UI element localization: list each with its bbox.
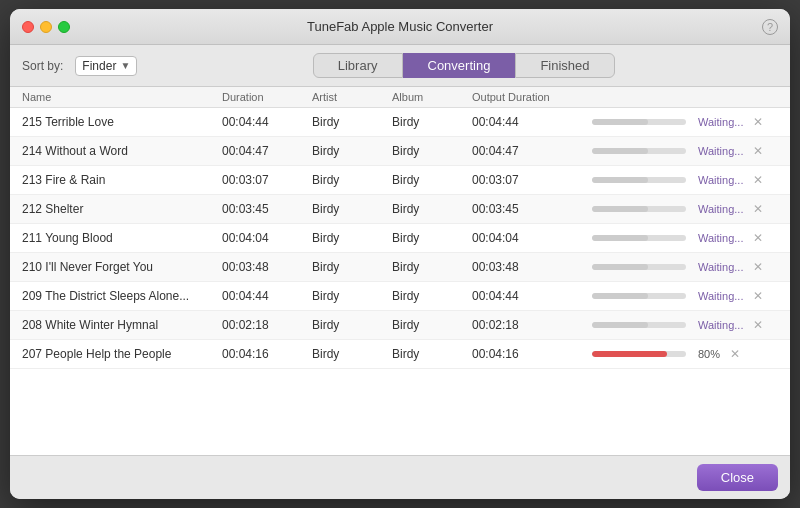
minimize-traffic-light[interactable] (40, 21, 52, 33)
row-duration: 00:04:44 (222, 289, 312, 303)
help-icon[interactable]: ? (762, 19, 778, 35)
table-body: 215 Terrible Love 00:04:44 Birdy Birdy 0… (10, 108, 790, 455)
row-progress-bar (592, 148, 698, 154)
row-progress-bar (592, 206, 698, 212)
table-row: 212 Shelter 00:03:45 Birdy Birdy 00:03:4… (10, 195, 790, 224)
row-duration: 00:03:45 (222, 202, 312, 216)
row-album: Birdy (392, 144, 472, 158)
remove-icon[interactable]: ✕ (749, 229, 767, 247)
remove-icon[interactable]: ✕ (749, 316, 767, 334)
row-output-duration: 00:04:04 (472, 231, 592, 245)
remove-icon[interactable]: ✕ (749, 142, 767, 160)
row-duration: 00:04:04 (222, 231, 312, 245)
row-progress-bar (592, 264, 698, 270)
row-status-text: Waiting... (698, 145, 743, 157)
row-progress-bar (592, 322, 698, 328)
row-status-text: Waiting... (698, 116, 743, 128)
row-duration: 00:02:18 (222, 318, 312, 332)
header-name: Name (22, 91, 222, 103)
row-artist: Birdy (312, 289, 392, 303)
row-album: Birdy (392, 260, 472, 274)
row-status-text: Waiting... (698, 174, 743, 186)
table-row: 208 White Winter Hymnal 00:02:18 Birdy B… (10, 311, 790, 340)
row-duration: 00:03:07 (222, 173, 312, 187)
table-row: 215 Terrible Love 00:04:44 Birdy Birdy 0… (10, 108, 790, 137)
row-output-duration: 00:02:18 (472, 318, 592, 332)
remove-icon[interactable]: ✕ (749, 258, 767, 276)
title-bar: TuneFab Apple Music Converter ? (10, 9, 790, 45)
row-name: 212 Shelter (22, 202, 222, 216)
table-row: 211 Young Blood 00:04:04 Birdy Birdy 00:… (10, 224, 790, 253)
row-status-cell: Waiting... ✕ (698, 142, 778, 160)
row-status-cell: Waiting... ✕ (698, 258, 778, 276)
row-name: 214 Without a Word (22, 144, 222, 158)
table-row: 210 I'll Never Forget You 00:03:48 Birdy… (10, 253, 790, 282)
row-duration: 00:04:16 (222, 347, 312, 361)
footer: Close (10, 455, 790, 499)
maximize-traffic-light[interactable] (58, 21, 70, 33)
row-output-duration: 00:04:16 (472, 347, 592, 361)
header-status (698, 91, 778, 103)
remove-icon[interactable]: ✕ (749, 200, 767, 218)
table-row: 213 Fire & Rain 00:03:07 Birdy Birdy 00:… (10, 166, 790, 195)
main-window: TuneFab Apple Music Converter ? Sort by:… (10, 9, 790, 499)
row-status-cell: Waiting... ✕ (698, 287, 778, 305)
row-status-text: Waiting... (698, 203, 743, 215)
close-button[interactable]: Close (697, 464, 778, 491)
row-name: 213 Fire & Rain (22, 173, 222, 187)
row-status-cell: 80% ✕ (698, 345, 778, 363)
row-artist: Birdy (312, 260, 392, 274)
row-output-duration: 00:04:47 (472, 144, 592, 158)
sort-dropdown[interactable]: Finder ▼ (75, 56, 137, 76)
header-output-duration: Output Duration (472, 91, 592, 103)
row-status-text: Waiting... (698, 290, 743, 302)
row-status-text: Waiting... (698, 319, 743, 331)
row-album: Birdy (392, 202, 472, 216)
row-progress-bar (592, 119, 698, 125)
tabs: Library Converting Finished (313, 53, 615, 78)
row-artist: Birdy (312, 318, 392, 332)
row-name: 208 White Winter Hymnal (22, 318, 222, 332)
row-progress-bar (592, 177, 698, 183)
row-duration: 00:04:47 (222, 144, 312, 158)
header-progress (592, 91, 698, 103)
window-title: TuneFab Apple Music Converter (307, 19, 493, 34)
remove-icon[interactable]: ✕ (749, 287, 767, 305)
row-album: Birdy (392, 173, 472, 187)
close-traffic-light[interactable] (22, 21, 34, 33)
row-name: 209 The District Sleeps Alone... (22, 289, 222, 303)
remove-icon[interactable]: ✕ (749, 171, 767, 189)
row-status-text: Waiting... (698, 232, 743, 244)
tab-library[interactable]: Library (313, 53, 403, 78)
tab-finished[interactable]: Finished (515, 53, 614, 78)
tab-converting[interactable]: Converting (403, 53, 516, 78)
row-output-duration: 00:03:45 (472, 202, 592, 216)
sort-label: Sort by: (22, 59, 63, 73)
row-output-duration: 00:03:07 (472, 173, 592, 187)
row-artist: Birdy (312, 115, 392, 129)
row-output-duration: 00:03:48 (472, 260, 592, 274)
row-output-duration: 00:04:44 (472, 289, 592, 303)
row-album: Birdy (392, 231, 472, 245)
remove-icon[interactable]: ✕ (726, 345, 744, 363)
toolbar: Sort by: Finder ▼ Library Converting Fin… (10, 45, 790, 87)
row-name: 207 People Help the People (22, 347, 222, 361)
row-progress-bar (592, 293, 698, 299)
sort-value: Finder (82, 59, 116, 73)
row-artist: Birdy (312, 231, 392, 245)
table-header: Name Duration Artist Album Output Durati… (10, 87, 790, 108)
row-artist: Birdy (312, 347, 392, 361)
remove-icon[interactable]: ✕ (749, 113, 767, 131)
row-album: Birdy (392, 347, 472, 361)
row-duration: 00:03:48 (222, 260, 312, 274)
row-artist: Birdy (312, 173, 392, 187)
header-album: Album (392, 91, 472, 103)
header-artist: Artist (312, 91, 392, 103)
row-progress-bar (592, 235, 698, 241)
table-row: 207 People Help the People 00:04:16 Bird… (10, 340, 790, 369)
row-status-cell: Waiting... ✕ (698, 113, 778, 131)
traffic-lights (22, 21, 70, 33)
row-name: 215 Terrible Love (22, 115, 222, 129)
row-name: 210 I'll Never Forget You (22, 260, 222, 274)
header-duration: Duration (222, 91, 312, 103)
